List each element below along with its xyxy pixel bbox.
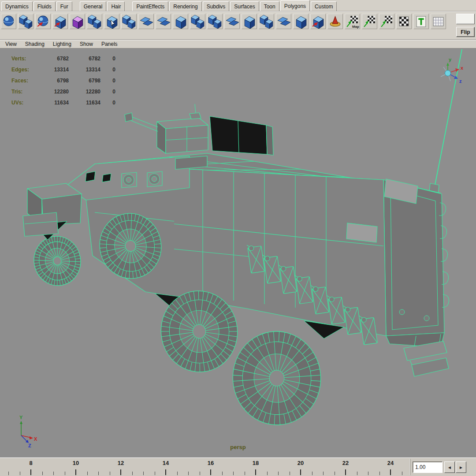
shelf-poly-extrude-icon[interactable]: [138, 14, 154, 29]
time-tick-major: [210, 469, 211, 475]
hud-label: Faces:: [11, 78, 39, 84]
time-label: 20: [298, 460, 304, 466]
time-tick-major: [390, 469, 391, 475]
tab-rendering[interactable]: Rendering: [169, 1, 201, 11]
time-tick-major: [30, 469, 31, 475]
panel-menu-show[interactable]: Show: [80, 41, 93, 47]
shelf-checker-icon[interactable]: [396, 14, 412, 29]
viewport-persp[interactable]: Verts: 6782 6782 0 Edges: 13314 13314 0 …: [0, 48, 476, 457]
panel-menu-view[interactable]: View: [5, 41, 17, 47]
tab-subdivs[interactable]: Subdivs: [203, 1, 230, 11]
tab-fluids[interactable]: Fluids: [33, 1, 56, 11]
time-tick: [87, 472, 88, 475]
wheel-front-1: [29, 231, 86, 290]
maya-window: Dynamics Fluids Fur General Hair PaintEf…: [0, 0, 476, 476]
current-frame-field[interactable]: [413, 461, 443, 473]
shelf-blank-button[interactable]: [456, 14, 475, 24]
tab-dynamics[interactable]: Dynamics: [1, 1, 33, 11]
shelf-uv-map-icon[interactable]: Map: [345, 14, 360, 29]
time-slider-track[interactable]: 81012141618202224: [0, 458, 409, 476]
panel-menu-lighting[interactable]: Lighting: [53, 41, 71, 47]
shelf-poly-texture-cube-icon[interactable]: [70, 14, 85, 29]
tab-fur[interactable]: Fur: [56, 1, 72, 11]
time-tick: [368, 472, 368, 475]
time-label: 16: [208, 460, 214, 466]
hud-row-faces: Faces: 6798 6798 0: [11, 75, 115, 86]
tab-hair[interactable]: Hair: [107, 1, 125, 11]
shelf-poly-triangulate-icon[interactable]: [224, 14, 240, 29]
hud-value: 6798: [69, 78, 100, 84]
shelf-poly-combine-icon[interactable]: [121, 14, 137, 29]
time-tick-major: [75, 469, 76, 475]
hud-value: 12280: [69, 89, 100, 95]
time-slider-separator: [409, 459, 410, 475]
shelf-icons: Map: [1, 14, 448, 29]
time-tick-major: [165, 469, 166, 475]
hud-value: 6782: [39, 56, 69, 62]
tab-surfaces[interactable]: Surfaces: [230, 1, 259, 11]
shelf-poly-split-icon[interactable]: [276, 14, 291, 29]
shelf-uv-grid-icon[interactable]: [431, 14, 446, 29]
time-tick: [335, 472, 335, 475]
time-label: 22: [342, 460, 349, 466]
tab-general[interactable]: General: [80, 1, 107, 11]
shelf-poly-extrude-face-icon[interactable]: [156, 14, 171, 29]
panel-menu-panels[interactable]: Panels: [101, 41, 118, 47]
time-label: 24: [387, 460, 394, 466]
shelf-sculpt-tool-icon[interactable]: [327, 14, 343, 29]
time-tick: [155, 472, 155, 475]
truck-gun-barrel: [130, 116, 158, 127]
hud-value: 6798: [39, 78, 69, 84]
shelf-uv-checker-icon[interactable]: [362, 14, 377, 29]
shelf-poly-cube-arrow-icon[interactable]: [52, 14, 68, 29]
shelf-poly-smooth-icon[interactable]: [310, 14, 326, 29]
time-tick: [323, 472, 324, 475]
shelf-poly-mirror-icon[interactable]: [87, 14, 102, 29]
step-back-button[interactable]: ◄: [444, 461, 455, 473]
panel-menubar: View Shading Lighting Show Panels: [0, 40, 476, 48]
shelf-poly-subdivide-icon[interactable]: [293, 14, 309, 29]
hud-label: Edges:: [11, 67, 39, 73]
gizmo-y-label: y: [449, 57, 452, 62]
menu-tab-bar: Dynamics Fluids Fur General Hair PaintEf…: [0, 0, 476, 11]
shelf-poly-boolean-union-icon[interactable]: [190, 14, 205, 29]
time-tick: [53, 472, 54, 475]
shelf-poly-boolean-difference-icon[interactable]: [207, 14, 223, 29]
panel-menu-shading[interactable]: Shading: [25, 41, 45, 47]
shelf-poly-bevel-icon[interactable]: [173, 14, 188, 29]
time-tick-major: [255, 469, 256, 475]
shelf-text-tool-icon[interactable]: [413, 14, 429, 29]
shelf-poly-cubes-icon[interactable]: [18, 14, 33, 29]
shelf-uv-snapshot-icon[interactable]: [379, 14, 394, 29]
shelf: Map Flip: [0, 11, 476, 40]
tab-polygons[interactable]: Polygons: [280, 0, 310, 11]
shelf-smooth-proxy-icon[interactable]: [104, 14, 119, 29]
axis-y-label: Y: [19, 415, 23, 420]
tab-toon[interactable]: Toon: [260, 1, 279, 11]
shelf-poly-quadrangulate-icon[interactable]: [242, 14, 257, 29]
truck-step-lower: [412, 358, 449, 376]
time-label: 14: [163, 460, 169, 466]
hud-value: 0: [100, 56, 115, 62]
flip-button[interactable]: Flip: [456, 27, 475, 37]
origin-axis-indicator: Y X Z: [19, 415, 37, 448]
time-tick: [402, 472, 402, 475]
shelf-poly-sphere-icon[interactable]: [1, 14, 16, 29]
time-tick: [278, 472, 279, 475]
shelf-poly-merge-icon[interactable]: [259, 14, 274, 29]
time-label: 8: [29, 460, 32, 466]
tab-custom[interactable]: Custom: [311, 1, 337, 11]
viewport-scene: y x z Y X Z: [0, 48, 476, 457]
time-tick: [290, 472, 290, 475]
hud-value: 11634: [39, 100, 69, 106]
time-tick: [267, 472, 268, 475]
hud-label: Verts:: [11, 56, 39, 62]
time-tick: [132, 472, 133, 475]
time-tick: [357, 472, 357, 475]
step-forward-button[interactable]: ►: [456, 461, 466, 473]
view-axis-gizmo[interactable]: y x z: [441, 57, 464, 84]
gizmo-x-label: x: [461, 65, 464, 71]
tab-painteffects[interactable]: PaintEffects: [132, 1, 168, 11]
shelf-smooth-sphere-icon[interactable]: [35, 14, 51, 29]
time-tick: [42, 472, 43, 475]
